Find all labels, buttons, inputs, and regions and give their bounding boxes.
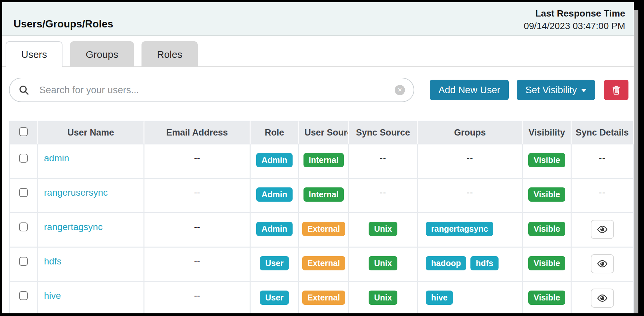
visibility-cell: Visible xyxy=(523,213,572,248)
user-name-cell: admin xyxy=(38,144,144,179)
select-all-header xyxy=(9,121,38,144)
column-header-email-address: Email Address xyxy=(144,121,251,144)
sync-details-cell: -- xyxy=(572,144,634,179)
role-cell: Admin xyxy=(251,179,299,213)
table-row: rangerusersync--AdminInternal----Visible… xyxy=(9,179,634,213)
set-visibility-button[interactable]: Set Visibility xyxy=(517,80,595,100)
user-source-cell: External xyxy=(299,282,349,313)
role-cell: User xyxy=(251,248,299,282)
sync-details-cell xyxy=(572,282,634,313)
column-header-role: Role xyxy=(251,121,299,144)
email-cell: -- xyxy=(144,282,251,313)
caret-down-icon xyxy=(581,89,586,92)
column-header-user-source: User Source xyxy=(299,121,349,144)
column-header-user-name: User Name xyxy=(38,121,144,144)
visibility-cell: Visible xyxy=(523,179,572,213)
delete-button[interactable] xyxy=(604,80,628,100)
search-input[interactable] xyxy=(39,84,395,96)
user-source-cell: Internal xyxy=(299,144,349,179)
row-checkbox[interactable] xyxy=(19,257,28,266)
row-select-cell xyxy=(9,179,38,213)
row-checkbox[interactable] xyxy=(19,188,28,197)
sync-source-badge: Unix xyxy=(369,256,397,270)
clear-search-icon[interactable]: ✕ xyxy=(395,85,405,95)
select-all-checkbox[interactable] xyxy=(19,127,28,136)
user-name-cell: hdfs xyxy=(38,248,144,282)
sync-source-cell: Unix xyxy=(349,282,418,313)
user-source-cell: Internal xyxy=(299,179,349,213)
role-cell: User xyxy=(251,282,299,313)
column-header-groups: Groups xyxy=(418,121,523,144)
table-row: rangertagsync--AdminExternalUnixrangerta… xyxy=(9,213,634,248)
eye-icon xyxy=(597,294,608,302)
row-select-cell xyxy=(9,213,38,248)
user-name-link[interactable]: rangertagsync xyxy=(44,222,102,232)
group-badge: hdfs xyxy=(470,256,499,270)
tab-users[interactable]: Users xyxy=(6,41,62,67)
visibility-badge: Visible xyxy=(528,153,565,167)
group-badge: rangertagsync xyxy=(426,222,493,236)
page-header: Users/Groups/Roles Last Response Time 09… xyxy=(2,2,634,36)
user-name-cell: rangerusersync xyxy=(38,179,144,213)
sync-details-eye-button[interactable] xyxy=(591,289,614,308)
user-name-link[interactable]: rangerusersync xyxy=(44,187,108,198)
user-table-body: admin--AdminInternal----Visible--rangeru… xyxy=(9,144,634,313)
tab-roles[interactable]: Roles xyxy=(141,41,198,67)
sync-source-cell: Unix xyxy=(349,213,418,248)
row-select-cell xyxy=(9,282,38,313)
user-source-badge: External xyxy=(302,222,345,236)
column-header-sync-details: Sync Details xyxy=(572,121,634,144)
role-badge: Admin xyxy=(256,222,293,236)
user-name-cell: hive xyxy=(38,282,144,313)
visibility-cell: Visible xyxy=(523,248,572,282)
visibility-badge: Visible xyxy=(528,291,565,305)
page-title: Users/Groups/Roles xyxy=(14,18,113,30)
email-cell: -- xyxy=(144,144,251,179)
sync-details-cell xyxy=(572,248,634,282)
groups-cell-wrap: hadoophdfs xyxy=(418,248,523,282)
user-name-link[interactable]: hive xyxy=(44,291,61,301)
visibility-cell: Visible xyxy=(523,144,572,179)
tab-groups[interactable]: Groups xyxy=(70,41,134,67)
main-viewport: Users/Groups/Roles Last Response Time 09… xyxy=(2,2,634,313)
vertical-scrollbar[interactable] xyxy=(634,10,638,313)
user-source-cell: External xyxy=(299,248,349,282)
last-response-block: Last Response Time 09/14/2023 03:47:00 P… xyxy=(524,2,625,35)
add-new-user-button[interactable]: Add New User xyxy=(430,80,509,100)
tab-bar: UsersGroupsRoles xyxy=(2,41,634,67)
column-header-sync-source: Sync Source xyxy=(349,121,418,144)
set-visibility-label: Set Visibility xyxy=(525,85,577,96)
groups-cell-wrap: hive xyxy=(418,282,523,313)
visibility-badge: Visible xyxy=(528,187,565,202)
role-cell: Admin xyxy=(251,213,299,248)
sync-source-badge: Unix xyxy=(369,291,397,305)
groups-cell-wrap: rangertagsync xyxy=(418,213,523,248)
row-checkbox[interactable] xyxy=(19,154,28,163)
row-checkbox[interactable] xyxy=(19,291,28,300)
role-badge: Admin xyxy=(256,187,293,202)
app-window: Users/Groups/Roles Last Response Time 09… xyxy=(0,0,644,316)
visibility-badge: Visible xyxy=(528,256,565,270)
row-select-cell xyxy=(9,144,38,179)
trash-icon xyxy=(611,85,622,95)
eye-icon xyxy=(597,259,608,268)
sync-details-eye-button[interactable] xyxy=(591,254,614,273)
row-checkbox[interactable] xyxy=(19,222,28,231)
table-row: hdfs--UserExternalUnixhadoophdfsVisible xyxy=(9,248,634,282)
sync-details-cell: -- xyxy=(572,179,634,213)
user-name-link[interactable]: admin xyxy=(44,153,69,163)
role-cell: Admin xyxy=(251,144,299,179)
users-table: User NameEmail AddressRoleUser SourceSyn… xyxy=(9,121,634,313)
email-cell: -- xyxy=(144,248,251,282)
user-source-badge: Internal xyxy=(303,187,344,202)
table-header-row: User NameEmail AddressRoleUser SourceSyn… xyxy=(9,121,634,144)
last-response-label: Last Response Time xyxy=(535,8,625,19)
sync-source-cell: -- xyxy=(349,179,418,213)
sync-details-eye-button[interactable] xyxy=(591,220,614,239)
group-badge: hadoop xyxy=(426,256,466,270)
groups-cell-wrap: -- xyxy=(418,179,523,213)
user-name-link[interactable]: hdfs xyxy=(44,256,61,266)
user-source-badge: External xyxy=(302,291,345,305)
visibility-badge: Visible xyxy=(528,222,565,236)
sync-details-cell xyxy=(572,213,634,248)
